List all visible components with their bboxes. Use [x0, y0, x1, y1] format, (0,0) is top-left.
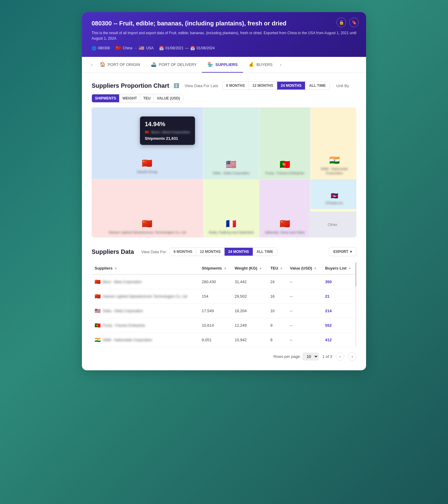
- tab-buyers[interactable]: 💰 BUYERS: [243, 57, 278, 73]
- tab-port-of-delivery[interactable]: 🚢 PORT OF DELIVERY: [145, 57, 202, 73]
- page-info: 1 of 3: [322, 354, 332, 359]
- suppliers-6m-btn[interactable]: 6 MONTHS: [170, 248, 196, 256]
- cell-8-flag: 🇰🇭: [331, 192, 338, 199]
- suppliers-24m-btn[interactable]: 24 MONTHS: [225, 248, 253, 256]
- cell-buyers-3[interactable]: 552: [322, 318, 357, 333]
- page-next-btn[interactable]: ›: [348, 352, 356, 361]
- cell-teu-0: 24: [267, 274, 287, 289]
- chart-view-label: View Data For Last: [185, 83, 218, 88]
- tooltip-percent: 14.94%: [145, 121, 190, 128]
- treemap-cell-3[interactable]: 🇵🇹 Fcorp - Futures Enterprise: [260, 107, 310, 179]
- suppliers-12m-btn[interactable]: 12 MONTHS: [196, 248, 225, 256]
- cell-2-name: Delta - Delta Corporation: [213, 171, 250, 175]
- cell-shipments-2: 17,549: [199, 304, 232, 318]
- other-label: Other: [328, 222, 338, 227]
- page-prev-btn[interactable]: ‹: [336, 352, 344, 361]
- unit-shipments-btn[interactable]: SHIPMENTS: [92, 94, 119, 102]
- destination-flag: 🇺🇸: [139, 45, 144, 51]
- date-from: 01/08/2021: [165, 46, 183, 50]
- sort-teu-icon: ▾: [281, 267, 282, 270]
- col-value[interactable]: Value (USD) ▾: [287, 262, 322, 274]
- scrollbar-track[interactable]: [355, 262, 356, 347]
- home-icon: 🏠: [100, 62, 106, 67]
- col-teu[interactable]: TEU ▾: [267, 262, 287, 274]
- supplier-flag-4: 🇮🇳: [95, 337, 101, 343]
- main-content: Suppliers Proportion Chart ℹ️ View Data …: [82, 73, 366, 370]
- col-supplier[interactable]: Suppliers ▾: [92, 262, 199, 274]
- cell-shipments-3: 10,614: [199, 318, 232, 333]
- cell-buyers-4[interactable]: 412: [322, 333, 357, 347]
- unit-value-btn[interactable]: VALUE (USD): [154, 94, 183, 102]
- buyers-link-2[interactable]: 214: [325, 309, 332, 313]
- table-row: 🇺🇸 Delta - Delta Corporation 17,549 18,2…: [92, 304, 356, 318]
- cell-1-flag: 🇨🇳: [142, 158, 152, 168]
- sort-shipments-icon: ▾: [224, 267, 226, 270]
- treemap-cell-7[interactable]: 🇨🇳 Jablonski, Howe and Huller: [260, 180, 310, 238]
- supplier-name-3: Fcorp - Futures Enterprise: [103, 323, 145, 328]
- treemap-cell-4[interactable]: 🇮🇳 NNM - Nationwide Corporation: [310, 107, 356, 179]
- buyers-link-4[interactable]: 412: [325, 338, 332, 342]
- chart-6m-btn[interactable]: 6 MONTHS: [222, 82, 249, 90]
- buyers-link-1[interactable]: 21: [325, 294, 330, 299]
- unit-weight-btn[interactable]: WEIGHT: [119, 94, 140, 102]
- cell-teu-2: 10: [267, 304, 287, 318]
- cell-supplier-3: 🇵🇹 Fcorp - Futures Enterprise: [92, 318, 199, 333]
- chart-alltime-btn[interactable]: ALL TIME: [305, 82, 329, 90]
- cell-buyers-2[interactable]: 214: [322, 304, 357, 318]
- table-body: 🇨🇳 Beco - Beta Corporation 280,430 31,44…: [92, 274, 356, 347]
- chart-12m-btn[interactable]: 12 MONTHS: [249, 82, 277, 90]
- cell-buyers-1[interactable]: 21: [322, 289, 357, 304]
- cell-buyers-0[interactable]: 350: [322, 274, 357, 289]
- chart-info-icon[interactable]: ℹ️: [174, 83, 179, 88]
- sort-supplier-icon: ▾: [115, 267, 117, 270]
- cell-teu-1: 16: [267, 289, 287, 304]
- treemap-tooltip: 14.94% 🇨🇳 Beco - Beta Corporation Shipme…: [140, 116, 195, 145]
- col-shipments[interactable]: Shipments ▾: [199, 262, 232, 274]
- sort-weight-icon: ▾: [260, 267, 261, 270]
- buyers-link-0[interactable]: 350: [325, 280, 332, 284]
- supplier-flag-1: 🇨🇳: [95, 293, 101, 299]
- chart-unit-group: SHIPMENTS WEIGHT TEU VALUE (USD): [92, 94, 183, 103]
- col-buyers[interactable]: Buyers List ▾: [322, 262, 357, 274]
- pagination: Rows per page: 10 25 50 1 of 3 ‹ ›: [92, 347, 356, 362]
- tab-suppliers[interactable]: 🏪 SUPPLIERS: [202, 57, 243, 73]
- cell-supplier-1: 🇨🇳 Xiamen Lighted Optoelectronic Technol…: [92, 289, 199, 304]
- cell-weight-4: 10,942: [232, 333, 267, 347]
- chart-24m-btn[interactable]: 24 MONTHS: [277, 82, 306, 90]
- cell-value-1: --: [287, 289, 322, 304]
- cell-shipments-1: 154: [199, 289, 232, 304]
- rows-per-page-select[interactable]: 10 25 50: [303, 353, 319, 360]
- table-row: 🇵🇹 Fcorp - Futures Enterprise 10,614 12,…: [92, 318, 356, 333]
- buyers-link-3[interactable]: 552: [325, 323, 332, 328]
- cell-8-name: D'Keefe Inc: [326, 201, 343, 205]
- tab-port-of-origin[interactable]: 🏠 PORT OF ORIGIN: [94, 57, 145, 73]
- cell-teu-3: 9: [267, 318, 287, 333]
- export-chevron-icon: ▾: [350, 250, 352, 254]
- chart-title: Suppliers Proportion Chart: [92, 82, 169, 89]
- treemap-cell-6[interactable]: 🇫🇷 Reilly, Padberg and Satterfield: [203, 180, 259, 238]
- suppliers-table: Suppliers ▾ Shipments ▾ Weight (KG) ▾ TE…: [92, 262, 356, 347]
- export-button[interactable]: EXPORT ▾: [329, 247, 356, 256]
- cell-7-name: Jablonski, Howe and Huller: [265, 230, 305, 234]
- sort-buyers-icon: ▾: [349, 267, 351, 270]
- lock-button[interactable]: 🔒: [336, 18, 346, 27]
- bookmark-button[interactable]: 🔖: [349, 18, 359, 27]
- nav-next-arrow[interactable]: ›: [278, 58, 283, 71]
- treemap-cell-2[interactable]: 🇺🇸 Delta - Delta Corporation: [203, 107, 259, 179]
- table-row: 🇮🇳 NNM - Nationwide Corporation 8,051 10…: [92, 333, 356, 347]
- supplier-name-4: NNM - Nationwide Corporation: [103, 338, 152, 342]
- unit-teu-btn[interactable]: TEU: [140, 94, 154, 102]
- suppliers-alltime-btn[interactable]: ALL TIME: [253, 248, 277, 256]
- header-description: This is the result of all import and exp…: [92, 30, 356, 41]
- nav-prev-arrow[interactable]: ‹: [89, 58, 94, 71]
- treemap-cell-5[interactable]: 🇨🇳 Xiamen Lighted Optoelectronic Technol…: [92, 180, 203, 238]
- col-weight[interactable]: Weight (KG) ▾: [232, 262, 267, 274]
- rows-per-page: Rows per page: 10 25 50: [273, 353, 319, 360]
- treemap-cell-8[interactable]: 🇰🇭 D'Keefe Inc: [310, 180, 356, 209]
- tooltip-shipments-value: 21,631: [166, 136, 178, 141]
- table-row: 🇨🇳 Beco - Beta Corporation 280,430 31,44…: [92, 274, 356, 289]
- header-meta: 🌐 080300 🇨🇳 China → 🇺🇸 USA 📅 01/08/2021 …: [92, 45, 356, 51]
- cell-value-3: --: [287, 318, 322, 333]
- supplier-flag-3: 🇵🇹: [95, 322, 101, 328]
- scrollbar-thumb[interactable]: [355, 262, 356, 286]
